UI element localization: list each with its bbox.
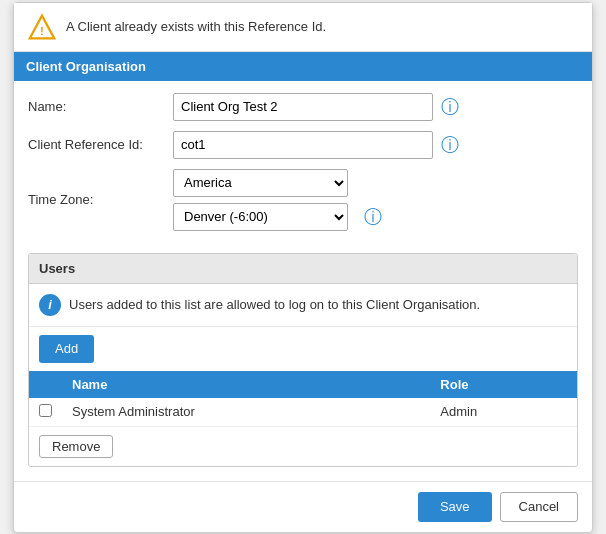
name-label: Name: [28,99,173,114]
table-col-role: Role [430,371,577,398]
add-user-button[interactable]: Add [39,335,94,363]
timezone-label: Time Zone: [28,192,173,207]
table-header-row: Name Role [29,371,577,398]
client-ref-info-icon[interactable]: ⓘ [441,133,459,157]
user-name: System Administrator [72,404,195,419]
user-role: Admin [440,404,477,419]
client-ref-row: Client Reference Id: ⓘ [28,131,578,159]
users-table: Name Role System Administrator Admin [29,371,577,427]
section-header: Client Organisation [14,52,592,81]
warning-banner: ! A Client already exists with this Refe… [14,3,592,52]
users-info-text: Users added to this list are allowed to … [69,297,480,312]
timezone-city-select[interactable]: Denver (-6:00) Chicago (-6:00) New York … [173,203,348,231]
name-input[interactable] [173,93,433,121]
table-row: System Administrator Admin [29,398,577,427]
users-info-row: i Users added to this list are allowed t… [29,284,577,327]
table-cell-checkbox [29,398,62,427]
form-body: Name: ⓘ Client Reference Id: ⓘ Time Zone… [14,81,592,253]
dialog-footer: Save Cancel [14,481,592,532]
table-cell-name: System Administrator [62,398,430,427]
users-section: Users i Users added to this list are all… [28,253,578,467]
warning-text: A Client already exists with this Refere… [66,19,326,34]
timezone-city-row: Denver (-6:00) Chicago (-6:00) New York … [173,203,382,231]
user-checkbox[interactable] [39,404,52,417]
timezone-info-icon[interactable]: ⓘ [364,205,382,229]
svg-text:!: ! [40,24,44,36]
save-button[interactable]: Save [418,492,492,522]
timezone-row: Time Zone: Africa America Antarctica Asi… [28,169,578,231]
cancel-button[interactable]: Cancel [500,492,578,522]
users-section-header: Users [29,254,577,284]
client-ref-label: Client Reference Id: [28,137,173,152]
table-col-name: Name [62,371,430,398]
table-cell-role: Admin [430,398,577,427]
name-info-icon[interactable]: ⓘ [441,95,459,119]
client-organisation-dialog: ! A Client already exists with this Refe… [13,2,593,533]
users-info-circle-icon: i [39,294,61,316]
name-row: Name: ⓘ [28,93,578,121]
timezone-region-select[interactable]: Africa America Antarctica Asia Atlantic … [173,169,348,197]
table-col-checkbox [29,371,62,398]
remove-user-button[interactable]: Remove [39,435,113,458]
warning-icon: ! [28,13,56,41]
timezone-selects: Africa America Antarctica Asia Atlantic … [173,169,382,231]
client-ref-input[interactable] [173,131,433,159]
